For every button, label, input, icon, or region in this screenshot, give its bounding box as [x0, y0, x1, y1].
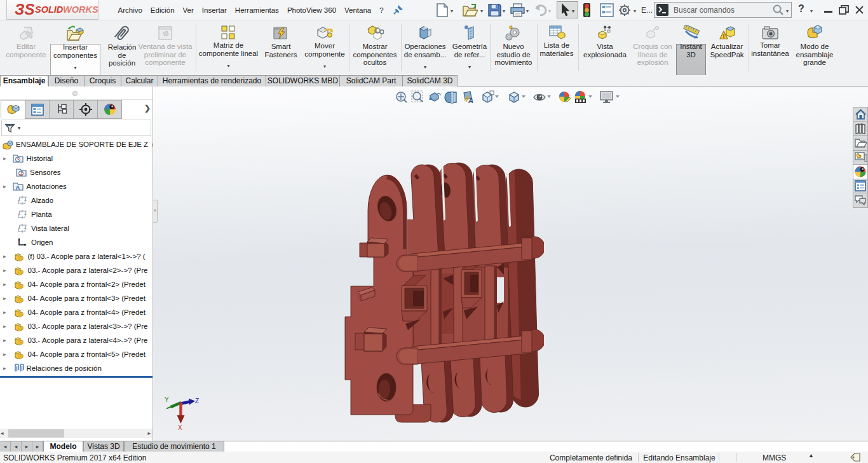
svg-text:SOLID: SOLID	[35, 4, 64, 15]
svg-text:ЗS: ЗS	[15, 1, 34, 18]
svg-text:Z: Z	[195, 397, 199, 404]
svg-text:WORKS: WORKS	[63, 4, 98, 15]
svg-text:X: X	[178, 424, 182, 430]
svg-text:A: A	[468, 97, 473, 104]
svg-text:A: A	[15, 184, 20, 191]
svg-text:Y: Y	[165, 396, 169, 403]
svg-text:!: !	[722, 33, 724, 39]
